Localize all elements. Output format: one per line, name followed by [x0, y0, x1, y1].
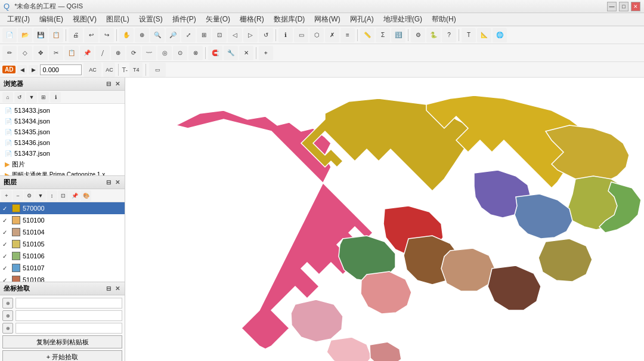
globe-btn[interactable]: 🌐 [493, 28, 507, 42]
offset-units-btn[interactable]: AC [83, 63, 101, 77]
coord-close-icon[interactable]: ✕ [114, 285, 121, 292]
zoom-prev-btn[interactable]: ◁ [228, 28, 242, 42]
layer-570000[interactable]: ✓ 570000 [0, 202, 125, 214]
browser-collapse-icon[interactable]: ⊟ [105, 81, 112, 87]
layer-510104[interactable]: ✓ 510104 [0, 226, 125, 238]
start-pick-btn[interactable]: + 开始拾取 [2, 350, 122, 361]
menu-edit[interactable]: 编辑(E) [35, 13, 68, 26]
t4-btn[interactable]: T4 [129, 63, 143, 77]
browser-file-2[interactable]: 📄 513434.json [0, 116, 125, 126]
filter-layers-btn[interactable]: ▼ [35, 190, 46, 201]
layer-temp-btn[interactable]: 📌 [69, 190, 80, 201]
python-btn[interactable]: 🐍 [426, 28, 441, 42]
zoom-next-btn[interactable]: ▷ [243, 28, 258, 42]
paste-feature-btn[interactable]: 📌 [80, 46, 94, 60]
menu-database[interactable]: 数据库(D) [269, 13, 310, 26]
coord-y-input[interactable] [16, 310, 122, 321]
help-btn[interactable]: ? [442, 28, 456, 42]
menu-plugins[interactable]: 插件(P) [168, 13, 201, 26]
adv-digitize-btn[interactable]: ⌖ [259, 46, 273, 60]
digitize-mode-btn[interactable]: ✏ [2, 46, 17, 60]
layer-510100[interactable]: ✓ 510100 [0, 214, 125, 226]
browser-home-btn[interactable]: ⌂ [2, 92, 13, 103]
browser-close-icon[interactable]: ✕ [114, 81, 121, 87]
browser-file-3[interactable]: 📄 513435.json [0, 126, 125, 137]
composer-btn[interactable]: 📐 [477, 28, 491, 42]
delete-feature-btn[interactable]: ✂ [49, 46, 63, 60]
undo-btn[interactable]: ↩ [84, 28, 98, 42]
minimize-button[interactable]: — [607, 2, 617, 11]
statistics-btn[interactable]: Σ [376, 28, 390, 42]
zoom-in-btn[interactable]: 🔍 [150, 28, 165, 42]
simplify-btn[interactable]: 〰 [142, 46, 156, 60]
add-ring-btn[interactable]: ◎ [157, 46, 172, 60]
browser-refresh-btn[interactable]: ↺ [14, 92, 25, 103]
layers-collapse-icon[interactable]: ⊟ [105, 179, 112, 186]
snap-config-btn[interactable]: 🔧 [224, 46, 238, 60]
coord-z-input[interactable] [16, 323, 122, 334]
zoom-selection-btn[interactable]: ⊡ [212, 28, 227, 42]
layer-ctrl-btn[interactable]: ⊡ [58, 190, 69, 201]
copy-coords-btn[interactable]: 复制坐标到粘贴板 [2, 335, 122, 348]
browser-file-1[interactable]: 📄 513433.json [0, 105, 125, 116]
close-button[interactable]: ✕ [631, 2, 640, 11]
select-rect-btn[interactable]: ▭ [294, 28, 308, 42]
edit-layer-btn[interactable]: ◀ [17, 65, 27, 75]
coord-x-input[interactable] [16, 298, 122, 308]
select-polygon-btn[interactable]: ⬡ [309, 28, 324, 42]
open-layer-properties-btn[interactable]: ⚙ [24, 190, 35, 201]
menu-mesh[interactable]: 网孔(A) [345, 13, 379, 26]
snap-intersect-btn[interactable]: ✕ [239, 46, 253, 60]
redo-btn[interactable]: ↪ [100, 28, 114, 42]
pan-btn[interactable]: ✋ [119, 28, 134, 42]
calculator-btn[interactable]: 🔢 [391, 28, 405, 42]
add-layer-btn[interactable]: + [1, 190, 12, 201]
menu-raster[interactable]: 栅格(R) [235, 13, 269, 26]
attr-table-btn[interactable]: ≡ [340, 28, 355, 42]
layer-style-btn[interactable]: 🎨 [80, 190, 91, 201]
browser-file-4[interactable]: 📄 513436.json [0, 137, 125, 148]
pan-to-selection-btn[interactable]: ⊕ [135, 28, 149, 42]
rotate-feature-btn[interactable]: ⟳ [126, 46, 141, 60]
menu-settings[interactable]: 设置(S) [134, 13, 168, 26]
menu-web[interactable]: 网格(W) [309, 13, 345, 26]
menu-geoprocessing[interactable]: 地理处理(G) [379, 13, 427, 26]
save-as-btn[interactable]: 📋 [49, 28, 63, 42]
map-area[interactable] [125, 78, 644, 361]
remove-layer-btn[interactable]: − [13, 190, 23, 201]
measure-btn[interactable]: 📏 [360, 28, 374, 42]
zoom-layer-btn[interactable]: ⊞ [197, 28, 211, 42]
zoom-full-btn[interactable]: ⤢ [181, 28, 196, 42]
merge-feature-btn[interactable]: ⊕ [111, 46, 125, 60]
menu-layer[interactable]: 图层(L) [101, 13, 134, 26]
node-tool-btn[interactable]: ◇ [18, 46, 32, 60]
layer-510108[interactable]: ✓ 510108 [0, 274, 125, 282]
browser-collapse-all-btn[interactable]: ⊞ [38, 92, 49, 103]
identify-btn[interactable]: ℹ [278, 28, 293, 42]
digitize-btn[interactable]: ⚙ [411, 28, 425, 42]
refresh-btn[interactable]: ↺ [259, 28, 273, 42]
layers-close-icon[interactable]: ✕ [114, 179, 121, 186]
open-project-btn[interactable]: 📂 [18, 28, 32, 42]
copy-feature-btn[interactable]: 📋 [64, 46, 79, 60]
label-btn[interactable]: T [462, 28, 476, 42]
offset-input[interactable] [40, 64, 82, 75]
maximize-button[interactable]: □ [619, 2, 628, 11]
deselect-btn[interactable]: ✗ [325, 28, 339, 42]
browser-info-btn[interactable]: ℹ [50, 92, 61, 103]
zoom-out-btn[interactable]: 🔎 [166, 28, 180, 42]
print-btn[interactable]: 🖨 [69, 28, 83, 42]
layer-510105[interactable]: ✓ 510105 [0, 238, 125, 250]
browser-file-5[interactable]: 📄 513437.json [0, 148, 125, 159]
delete-ring-btn[interactable]: ⊗ [188, 46, 203, 60]
extra-btn[interactable]: ▭ [149, 63, 166, 77]
browser-folder-2[interactable]: ▶ 图幅卡通效果 Prima Cartoonize 1.x [0, 169, 125, 175]
browser-filter-btn[interactable]: ▼ [26, 92, 37, 103]
fill-ring-btn[interactable]: ⊙ [173, 46, 187, 60]
layer-order-btn[interactable]: ↕ [47, 190, 57, 201]
layer-510106[interactable]: ✓ 510106 [0, 250, 125, 262]
new-project-btn[interactable]: 📄 [2, 28, 17, 42]
offset-lock-btn[interactable]: AC [103, 63, 115, 77]
save-project-btn[interactable]: 💾 [33, 28, 48, 42]
coord-collapse-icon[interactable]: ⊟ [105, 285, 112, 292]
